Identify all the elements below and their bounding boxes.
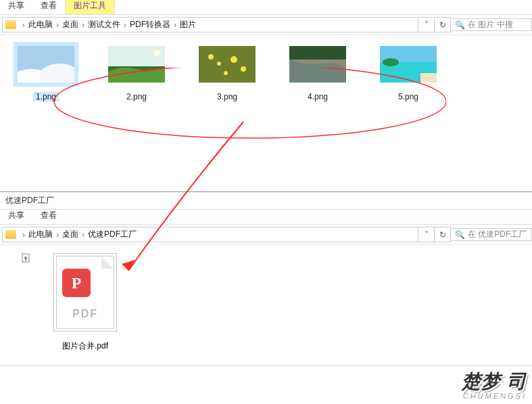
- file-item[interactable]: 4.png: [285, 42, 350, 102]
- tab-view[interactable]: 查看: [32, 207, 65, 224]
- address-bar-buttons: ˅ ↻ 🔍 在 优速PDF工厂: [418, 227, 532, 242]
- nav-up-button[interactable]: [20, 253, 31, 352]
- search-placeholder: 在 优速PDF工厂: [468, 229, 527, 240]
- search-placeholder: 在 图片 中搜: [468, 19, 513, 30]
- breadcrumb-separator: ›: [78, 230, 88, 240]
- breadcrumb-item[interactable]: PDF转换器: [130, 19, 170, 30]
- up-arrow-icon: [20, 253, 31, 264]
- svg-point-5: [153, 49, 160, 56]
- breadcrumb-separator: ›: [53, 20, 62, 30]
- history-dropdown-button[interactable]: ˅: [418, 227, 435, 242]
- address-bar-buttons: ˅ ↻ 🔍 在 图片 中搜: [418, 17, 532, 32]
- pdf-file-icon: P PDF: [56, 256, 114, 329]
- watermark: 楚梦 司 CHUMENGSI: [462, 369, 527, 400]
- breadcrumb-item[interactable]: 桌面: [62, 229, 78, 240]
- pdf-type-label: PDF: [57, 308, 114, 320]
- file-name: 图片合并.pdf: [45, 340, 126, 352]
- address-bar: › 此电脑 › 桌面 › 测试文件 › PDF转换器 › 图片 ˅ ↻ 🔍 在 …: [0, 15, 532, 35]
- file-name: 2.png: [104, 92, 169, 102]
- tab-image-tools[interactable]: 图片工具: [65, 0, 115, 14]
- thumbnail-list: 1.png 2.png: [14, 42, 518, 102]
- breadcrumb-item[interactable]: 此电脑: [28, 229, 53, 240]
- breadcrumb-item[interactable]: 图片: [180, 19, 196, 30]
- svg-point-8: [217, 62, 221, 66]
- search-icon: 🔍: [455, 230, 465, 240]
- svg-point-9: [231, 56, 237, 63]
- svg-rect-12: [289, 46, 346, 60]
- pdf-badge-icon: P: [62, 269, 91, 297]
- thumbnail-image: [289, 46, 346, 83]
- window-title: 优速PDF工厂: [0, 192, 532, 210]
- breadcrumb-path[interactable]: › 此电脑 › 桌面 › 测试文件 › PDF转换器 › 图片: [2, 17, 418, 32]
- svg-rect-3: [108, 46, 165, 66]
- file-item[interactable]: 2.png: [104, 42, 169, 102]
- breadcrumb-item[interactable]: 优速PDF工厂: [88, 229, 137, 240]
- file-item[interactable]: 5.png: [376, 42, 441, 102]
- breadcrumb-separator: ›: [78, 20, 88, 30]
- search-icon: 🔍: [455, 20, 465, 30]
- file-name: 5.png: [376, 92, 441, 102]
- history-dropdown-button[interactable]: ˅: [418, 17, 435, 32]
- watermark-sub: CHUMENGSI: [462, 392, 527, 400]
- file-item[interactable]: 1.png: [14, 42, 78, 102]
- watermark-main: 楚梦 司: [462, 369, 527, 395]
- breadcrumb-separator: ›: [53, 230, 62, 240]
- svg-point-16: [383, 58, 399, 66]
- file-name: 4.png: [285, 92, 350, 102]
- svg-point-11: [224, 71, 228, 75]
- thumbnail-image: [18, 46, 74, 83]
- tab-view[interactable]: 查看: [32, 0, 65, 14]
- ribbon-tabs: 共享 查看: [0, 210, 532, 225]
- breadcrumb-separator: ›: [19, 230, 28, 240]
- breadcrumb-item[interactable]: 桌面: [62, 19, 78, 30]
- svg-point-7: [208, 54, 214, 60]
- breadcrumb-item[interactable]: 此电脑: [28, 19, 53, 30]
- breadcrumb-separator: ›: [120, 20, 130, 30]
- thumbnail-image: [199, 46, 256, 83]
- folder-content[interactable]: 1.png 2.png: [0, 35, 532, 191]
- tab-share[interactable]: 共享: [0, 207, 32, 224]
- file-item[interactable]: P PDF 图片合并.pdf: [45, 253, 126, 352]
- window-images-folder: 共享 查看 图片工具 › 此电脑 › 桌面 › 测试文件 › PDF转换器 › …: [0, 0, 532, 192]
- refresh-button[interactable]: ↻: [435, 227, 451, 242]
- folder-content[interactable]: P PDF 图片合并.pdf: [0, 245, 532, 365]
- folder-icon: [5, 20, 16, 29]
- search-input[interactable]: 🔍 在 优速PDF工厂: [451, 228, 532, 241]
- window-pdf-folder: 优速PDF工厂 共享 查看 › 此电脑 › 桌面 › 优速PDF工厂 ˅ ↻ 🔍…: [0, 192, 532, 366]
- refresh-button[interactable]: ↻: [435, 17, 451, 32]
- file-name: 1.png: [33, 92, 59, 102]
- breadcrumb-separator: ›: [19, 20, 28, 30]
- svg-rect-17: [420, 73, 437, 83]
- svg-rect-6: [199, 46, 256, 83]
- breadcrumb-path[interactable]: › 此电脑 › 桌面 › 优速PDF工厂: [2, 227, 418, 242]
- ribbon-tabs: 共享 查看 图片工具: [0, 0, 532, 15]
- breadcrumb-item[interactable]: 测试文件: [88, 19, 120, 30]
- folder-icon: [5, 230, 16, 239]
- thumbnail-image: [108, 46, 165, 83]
- file-name: 3.png: [195, 92, 260, 102]
- tab-share[interactable]: 共享: [0, 0, 32, 14]
- address-bar: › 此电脑 › 桌面 › 优速PDF工厂 ˅ ↻ 🔍 在 优速PDF工厂: [0, 225, 532, 245]
- svg-point-10: [241, 66, 246, 72]
- file-item[interactable]: 3.png: [195, 42, 260, 102]
- breadcrumb-separator: ›: [170, 20, 180, 30]
- thumbnail-image: [380, 46, 437, 83]
- search-input[interactable]: 🔍 在 图片 中搜: [451, 18, 532, 31]
